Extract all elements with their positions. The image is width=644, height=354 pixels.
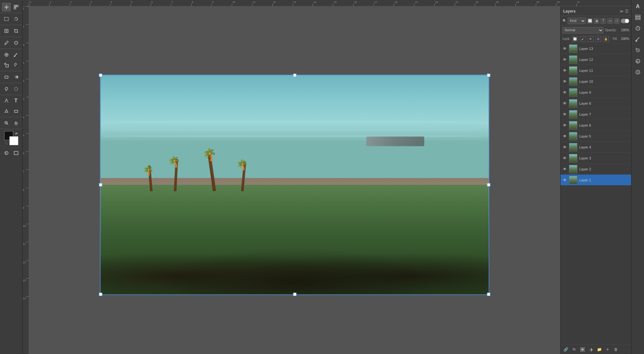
layer-item-6[interactable]: 👁Layer 6	[561, 120, 631, 131]
blend-mode-select[interactable]: Normal	[563, 27, 603, 33]
layer-visibility-9[interactable]: 👁	[563, 90, 567, 95]
transform-handle-bm[interactable]	[293, 292, 296, 296]
filter-shape-btn[interactable]: ▭	[607, 18, 613, 24]
lock-artboard-btn[interactable]: ⊞	[595, 36, 601, 42]
crowd-layer	[101, 234, 489, 294]
move-tool[interactable]	[2, 3, 11, 12]
history-brush-tool[interactable]	[12, 61, 21, 70]
path-select-tool[interactable]	[2, 107, 11, 116]
delete-layer-btn[interactable]: 🗑	[613, 346, 619, 353]
default-colors-icon[interactable]: ⬛	[5, 142, 8, 145]
layers-panel-btn[interactable]	[633, 13, 642, 22]
layer-visibility-5[interactable]: 👁	[563, 134, 567, 139]
clone-stamp-tool[interactable]	[2, 61, 11, 70]
lock-position-btn[interactable]: ✥	[588, 36, 593, 42]
shape-tool[interactable]	[12, 107, 21, 116]
layer-item-4[interactable]: 👁Layer 4	[561, 142, 631, 153]
layer-item-8[interactable]: 👁Layer 8	[561, 98, 631, 109]
link-layers-btn[interactable]: 🔗	[563, 346, 569, 353]
layer-visibility-3[interactable]: 👁	[563, 156, 567, 160]
transform-handle-ml[interactable]	[99, 183, 102, 186]
fill-value: 100%	[620, 37, 629, 41]
layer-visibility-1[interactable]: 👁	[563, 178, 567, 182]
properties-panel-btn[interactable]	[633, 24, 642, 33]
layer-item-13[interactable]: 👁Layer 13	[561, 43, 631, 54]
quick-mask-tool[interactable]	[2, 148, 11, 158]
transform-handle-mr[interactable]	[487, 183, 490, 186]
filter-toggle[interactable]	[621, 19, 629, 23]
adjustments-panel-btn[interactable]	[633, 57, 642, 66]
filter-type-btn[interactable]: T	[601, 18, 606, 24]
group-layers-btn[interactable]: 📁	[596, 346, 602, 353]
layer-item-11[interactable]: 👁Layer 11	[561, 65, 631, 76]
blur-tool[interactable]	[12, 84, 21, 93]
type-tool[interactable]: T	[12, 96, 21, 105]
brush-settings-btn[interactable]	[633, 35, 642, 44]
layers-menu-icon[interactable]: ☰	[625, 9, 629, 14]
layer-visibility-12[interactable]: 👁	[563, 57, 567, 62]
layer-visibility-7[interactable]: 👁	[563, 112, 567, 117]
filter-pixel-btn[interactable]: ⬜	[587, 18, 592, 24]
lock-all-btn[interactable]: 🔒	[603, 36, 609, 42]
hand-tool[interactable]	[12, 119, 21, 128]
filter-adjust-btn[interactable]: ◑	[594, 18, 599, 24]
layer-thumb-11	[569, 66, 577, 75]
zoom-tool[interactable]	[2, 119, 11, 128]
gradient-tool[interactable]	[12, 72, 21, 81]
layer-visibility-2[interactable]: 👁	[563, 167, 567, 171]
new-layer-btn[interactable]: +	[604, 346, 611, 353]
layer-visibility-11[interactable]: 👁	[563, 68, 567, 73]
layer-item-1[interactable]: 👁Layer 1	[561, 175, 631, 186]
layer-thumb-7	[569, 110, 577, 119]
tool-group-edit	[0, 71, 22, 83]
layer-item-7[interactable]: 👁Layer 7	[561, 109, 631, 120]
transform-handle-tm[interactable]	[293, 73, 296, 77]
object-select-tool[interactable]	[2, 26, 11, 35]
transform-handle-tl[interactable]	[99, 73, 102, 77]
filter-kind-select[interactable]: Kind	[568, 18, 586, 24]
layer-style-btn[interactable]: fx	[571, 346, 577, 353]
screen-mode-tool[interactable]	[12, 148, 21, 158]
healing-tool[interactable]	[2, 50, 11, 59]
color-panel-btn[interactable]: A	[633, 2, 642, 11]
layers-header-icons: ≫ ☰	[620, 9, 629, 14]
layer-item-10[interactable]: 👁Layer 10	[561, 76, 631, 87]
swap-colors-icon[interactable]: ⇄	[15, 132, 18, 135]
svg-point-15	[6, 99, 7, 100]
layer-visibility-10[interactable]: 👁	[563, 79, 567, 84]
lasso-tool[interactable]	[12, 14, 21, 24]
transform-handle-tr[interactable]	[487, 73, 490, 77]
lock-pixels-btn[interactable]: ⬜	[572, 36, 578, 42]
adjustment-layer-btn[interactable]: ◑	[588, 346, 594, 353]
layer-visibility-6[interactable]: 👁	[563, 123, 567, 128]
sample-tool[interactable]	[12, 38, 21, 47]
layer-visibility-4[interactable]: 👁	[563, 145, 567, 149]
artboard-tool[interactable]	[12, 3, 21, 12]
pen-tool[interactable]	[2, 96, 11, 105]
grass-layer	[101, 185, 489, 294]
layer-item-9[interactable]: 👁Layer 9	[561, 87, 631, 98]
rect-marquee-tool[interactable]	[2, 14, 11, 24]
eraser-tool[interactable]	[2, 72, 11, 81]
add-mask-btn[interactable]	[579, 346, 586, 353]
layer-thumb-4	[569, 143, 577, 151]
layer-item-2[interactable]: 👁Layer 2	[561, 164, 631, 175]
crop-tool[interactable]	[12, 26, 21, 35]
transform-handle-bl[interactable]	[99, 292, 102, 296]
history-panel-btn[interactable]	[633, 46, 642, 55]
transform-handle-br[interactable]	[487, 292, 490, 296]
layer-item-3[interactable]: 👁Layer 3	[561, 153, 631, 164]
canvas-area[interactable]: 🌴 🌴 🌴 🌴	[29, 6, 560, 354]
filter-smart-btn[interactable]: ⬡	[614, 18, 620, 24]
layer-visibility-8[interactable]: 👁	[563, 101, 567, 106]
brush-tool[interactable]	[12, 50, 21, 59]
layers-expand-icon[interactable]: ≫	[620, 9, 624, 14]
layer-item-12[interactable]: 👁Layer 12	[561, 54, 631, 65]
lock-image-btn[interactable]: 🖌	[580, 36, 586, 42]
layer-visibility-13[interactable]: 👁	[563, 46, 567, 51]
eyedropper-tool[interactable]	[2, 38, 11, 47]
background-color[interactable]	[9, 136, 18, 145]
learn-panel-btn[interactable]: ?	[633, 68, 642, 77]
dodge-tool[interactable]	[2, 84, 11, 93]
layer-item-5[interactable]: 👁Layer 5	[561, 131, 631, 142]
